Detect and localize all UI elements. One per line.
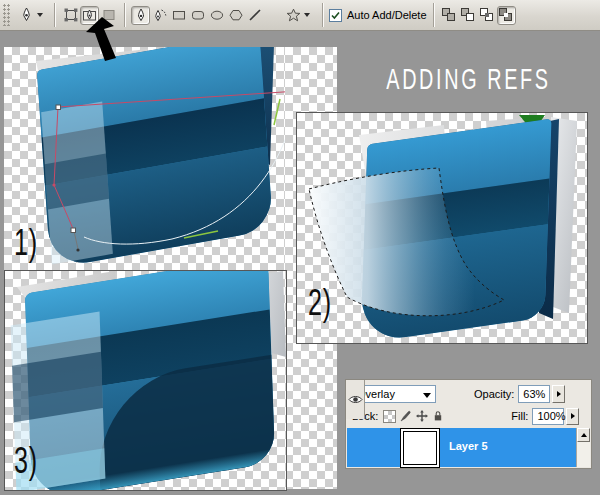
intersect-shape-areas-button[interactable]: [478, 6, 497, 25]
move-icon: [416, 410, 428, 422]
toolbar-separator: [322, 3, 323, 27]
opacity-input[interactable]: 63%: [518, 385, 550, 403]
fill-input[interactable]: 100%: [532, 408, 564, 425]
toolbar-separator: [54, 3, 55, 27]
exclude-overlapping-shape-areas-button[interactable]: [497, 6, 516, 25]
polygon-tool-button[interactable]: [226, 6, 245, 25]
step1-screenshot-panel: 1): [4, 47, 285, 270]
line-tool-button[interactable]: [245, 6, 264, 25]
ellipse-icon: [210, 8, 224, 22]
step3-screenshot-panel: 3): [4, 270, 287, 491]
section-heading: ADDING REFS: [337, 62, 600, 96]
lock-image-button[interactable]: [399, 410, 412, 423]
add-to-shape-area-button[interactable]: [440, 6, 459, 25]
rectangle-tool-button[interactable]: [169, 6, 188, 25]
step3-label: 3): [14, 442, 38, 479]
add-shape-icon: [442, 8, 456, 22]
tool-preset-pen-button[interactable]: [14, 6, 48, 25]
layers-panel: Overlay Opacity: 63% Lock: Fill: 100%: [345, 379, 592, 469]
layer-row-selected[interactable]: Layer 5: [347, 428, 577, 467]
step2-label: 2): [308, 284, 332, 321]
chevron-down-icon: [37, 13, 43, 17]
chevron-down-icon: [423, 393, 431, 398]
rounded-rectangle-tool-button[interactable]: [188, 6, 207, 25]
fill-slider-button[interactable]: [566, 408, 579, 425]
toolbar-separator: [433, 3, 434, 27]
fill-label: Fill:: [511, 410, 528, 422]
pen-icon: [134, 8, 148, 23]
line-icon: [248, 8, 262, 22]
intersect-shape-icon: [480, 8, 494, 22]
rounded-rectangle-icon: [191, 8, 205, 22]
auto-add-delete-label: Auto Add/Delete: [347, 9, 427, 21]
subtract-shape-icon: [461, 8, 475, 22]
arrow-up-icon: [581, 433, 587, 437]
subtract-from-shape-area-button[interactable]: [459, 6, 478, 25]
layer-visibility-toggle[interactable]: [346, 380, 365, 419]
toolbar-grip-handle[interactable]: [3, 4, 10, 26]
opacity-label: Opacity:: [474, 388, 514, 400]
freeform-pen-icon: [152, 8, 168, 23]
freeform-pen-tool-button[interactable]: [150, 6, 169, 25]
step2-screenshot-panel: 2): [296, 112, 588, 344]
ellipse-tool-button[interactable]: [207, 6, 226, 25]
exclude-shape-icon: [499, 8, 513, 22]
mode-shape-layers-button[interactable]: [61, 6, 80, 25]
rectangle-icon: [172, 8, 186, 22]
arrow-right-icon: [571, 413, 575, 419]
lock-position-button[interactable]: [415, 410, 428, 423]
layers-scrollbar[interactable]: [576, 428, 590, 467]
lock-all-button[interactable]: [431, 410, 444, 423]
lock-transparency-icon: [383, 410, 396, 423]
padlock-icon: [432, 410, 444, 422]
auto-add-delete-checkbox[interactable]: [329, 9, 342, 22]
arrow-right-icon: [557, 391, 561, 397]
opacity-value: 63%: [523, 388, 545, 400]
custom-shape-tool-button[interactable]: [280, 6, 316, 25]
pen-icon: [19, 7, 34, 23]
layer-name: Layer 5: [449, 440, 488, 452]
pen-tool-button[interactable]: [131, 6, 150, 25]
pen-path-overlay: [4, 47, 285, 270]
shape-layers-icon: [64, 8, 78, 22]
polygon-icon: [229, 8, 243, 22]
custom-shape-icon: [286, 8, 301, 23]
chevron-down-icon: [304, 13, 310, 17]
checkmark-icon: [331, 11, 340, 20]
brush-icon: [400, 410, 412, 422]
annotation-arrow-icon: [84, 16, 130, 62]
fill-value: 100%: [537, 410, 565, 422]
layer-thumbnail[interactable]: [403, 431, 437, 465]
tutorial-screenshot: { "toolbar": { "preset_tool_icon": "pen-…: [0, 0, 600, 495]
marching-ants-selection: [297, 113, 587, 341]
opacity-slider-button[interactable]: [552, 385, 565, 403]
eye-icon: [348, 394, 363, 405]
lock-transparency-button[interactable]: [383, 410, 396, 423]
scroll-up-button[interactable]: [577, 428, 590, 442]
step1-label: 1): [14, 224, 38, 261]
heading-text: ADDING REFS: [386, 62, 550, 96]
